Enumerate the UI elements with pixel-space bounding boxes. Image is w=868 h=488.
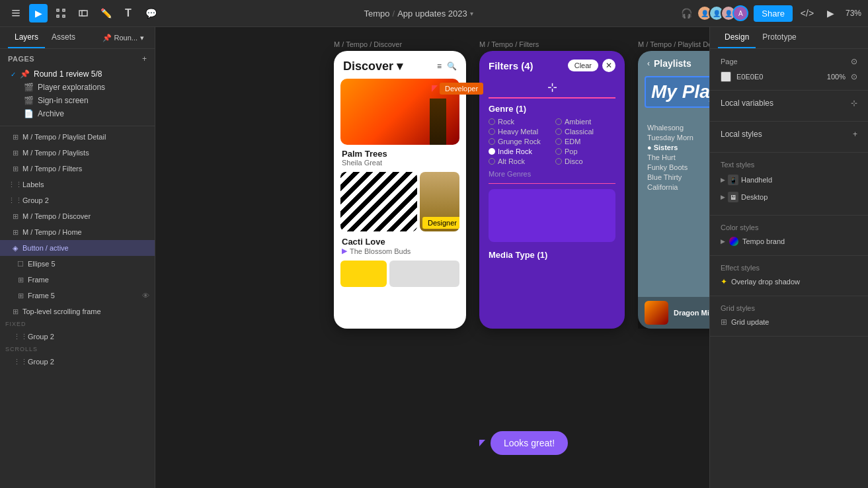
style-group-desktop-header[interactable]: ▶ 🖥 Desktop — [721, 190, 857, 204]
layer-group2a[interactable]: ⋮⋮ Group 2 — [0, 192, 155, 208]
discover-image2-area: Designer — [340, 172, 459, 231]
page-opacity-icon: ⊙ — [851, 72, 857, 81]
layer-ellipse5[interactable]: ☐ Ellipse 5 — [0, 256, 155, 272]
track-left-1: Whalesong — [647, 124, 684, 132]
color-style-tempo: ▶ Tempo brand — [721, 235, 857, 247]
page-name: App updates 2023 — [397, 9, 467, 19]
genre-classical: Classical — [555, 128, 615, 136]
comment-tool[interactable]: 💬 — [141, 4, 160, 22]
shape-tool[interactable] — [74, 4, 93, 22]
clear-button[interactable]: Clear — [568, 60, 598, 71]
share-button[interactable]: Share — [754, 5, 793, 22]
developer-tooltip: Developer — [440, 83, 483, 95]
tempo-brand-label: Tempo brand — [742, 237, 785, 245]
layer-playlist-detail[interactable]: ⊞ M / Tempo / Playlist Detail — [0, 129, 155, 145]
pages-header: Pages + — [8, 54, 147, 63]
layer-label4: Labels — [22, 181, 149, 188]
frame-filters[interactable]: Filters (4) Clear ✕ ⊹ Genre (1) — [479, 51, 625, 329]
layer-discover[interactable]: ⊞ M / Tempo / Discover — [0, 208, 155, 224]
track-row-2: Tuesday MornOHYEAH! — [647, 134, 709, 142]
track-row-1: WhalesongThe Drags — [647, 124, 709, 132]
present-button[interactable]: ▶ — [822, 4, 840, 22]
tab-prototype[interactable]: Prototype — [756, 27, 803, 48]
page-color-swatch[interactable] — [721, 71, 731, 82]
add-page-button[interactable]: + — [142, 54, 147, 63]
track-left-2: Tuesday Morn — [647, 134, 693, 142]
page-section-header: Page ⊙ — [721, 57, 857, 66]
more-genres[interactable]: More Genres — [489, 170, 615, 178]
layer-frame[interactable]: ⊞ Frame — [0, 272, 155, 288]
layer-group2c[interactable]: ⋮⋮ Group 2 — [0, 354, 155, 370]
page-selector[interactable]: 📌 Roun... ▾ — [100, 27, 147, 48]
frame-filters-container: M / Tempo / Filters Filters (4) Clear ✕ … — [479, 40, 625, 329]
page-settings-icon[interactable]: ⊙ — [851, 57, 857, 66]
filters-title: Filters (4) — [489, 60, 533, 71]
add-style-icon[interactable]: + — [853, 130, 857, 139]
playlist-title: Playlists — [654, 58, 691, 69]
layer-home[interactable]: ⊞ M / Tempo / Home — [0, 224, 155, 240]
genre-disco: Disco — [555, 157, 615, 165]
genre-edm: EDM — [555, 138, 615, 145]
right-panel-tabs: Design Prototype — [710, 27, 868, 49]
layer-playlists[interactable]: ⊞ M / Tempo / Playlists — [0, 145, 155, 161]
frame-playlist[interactable]: ‹ Playlists ••• 🔍 My Playli Copywriter — [638, 51, 709, 329]
style-group-handheld-header[interactable]: ▶ 📱 Handheld — [721, 173, 857, 187]
genre-radio9 — [555, 148, 562, 155]
page-label-archive: Archive — [38, 109, 64, 118]
style-group-handheld: ▶ 📱 Handheld — [721, 173, 857, 187]
tab-assets[interactable]: Assets — [45, 27, 82, 48]
genre-radio4 — [489, 148, 495, 155]
cursor-tool[interactable]: ▶ — [29, 4, 48, 22]
layer-labels[interactable]: ⋮⋮ Labels — [0, 177, 155, 192]
local-variables-icon[interactable]: ⊹ — [851, 99, 857, 108]
layer-label: M / Tempo / Playlist Detail — [22, 133, 149, 141]
genre-radio5 — [489, 158, 495, 165]
layer-grid-icon8: ⊞ — [11, 307, 20, 316]
page-item-round1[interactable]: ✓ 📌 Round 1 review 5/8 — [8, 67, 147, 81]
filters-genres: Rock Heavy Metal Grunge Rock Indie Rock … — [489, 118, 615, 167]
zoom-level: 73% — [846, 9, 861, 18]
genre-heavymetal: Heavy Metal — [489, 128, 549, 136]
looks-great-area: Looks great! — [479, 431, 568, 455]
player-art — [645, 301, 668, 325]
svg-rect-2 — [12, 15, 20, 17]
page-label-round1: Round 1 review 5/8 — [34, 69, 102, 79]
text-tool[interactable]: T — [119, 4, 138, 22]
audio-button[interactable]: 🎧 — [677, 4, 695, 22]
vector-tool[interactable]: ✏️ — [97, 4, 115, 22]
collaborators: 👤 👤 👤 A — [701, 5, 748, 21]
page-item-archive[interactable]: 📄 Archive — [8, 107, 147, 120]
layer-toplevel[interactable]: ⊞ Top-level scrolling frame — [0, 304, 155, 319]
project-name: Tempo — [364, 9, 390, 19]
main-menu-button[interactable] — [7, 4, 25, 22]
page-label-player: Player explorations — [38, 83, 105, 92]
effect-styles-section: Effect styles ✦ Overlay drop shadow — [710, 256, 868, 296]
discover-track1-title: Palm Trees — [342, 149, 458, 159]
left-panel: Layers Assets 📌 Roun... ▾ Pages + ✓ 📌 Ro… — [0, 27, 155, 488]
page-dropdown[interactable]: ▾ — [140, 34, 144, 42]
layer-button-active[interactable]: ◈ Button / active — [0, 240, 155, 256]
layer-grid-icon3: ⊞ — [11, 164, 20, 173]
discover-track2: Cacti Love ▶ The Blossom Buds — [334, 234, 466, 258]
local-variables-header: Local variables ⊹ — [721, 99, 857, 108]
page-item-signin[interactable]: 🎬 Sign-in screen — [8, 94, 147, 107]
page-item-player[interactable]: 🎬 Player explorations — [8, 81, 147, 94]
svg-rect-5 — [57, 15, 59, 17]
layer-frame5[interactable]: ⊞ Frame 5 👁 — [0, 288, 155, 304]
page-dropdown-arrow[interactable]: ▾ — [470, 10, 473, 17]
local-variables-title: Local variables — [721, 99, 773, 108]
page-color-value: E0E0E0 — [736, 73, 822, 81]
layer-group2b[interactable]: ⋮⋮ Group 2 — [0, 329, 155, 345]
tab-layers[interactable]: Layers — [8, 27, 45, 48]
close-button[interactable]: ✕ — [602, 59, 615, 72]
layer-diamond-icon: ◈ — [11, 243, 20, 253]
discover-bottom — [340, 261, 459, 287]
filters-genres-right: Ambient Classical EDM Pop Disco — [555, 118, 615, 167]
code-button[interactable]: </> — [798, 4, 816, 22]
tab-design[interactable]: Design — [718, 27, 756, 48]
discover-icons: ≡ 🔍 — [437, 61, 457, 71]
discover-header: Discover ▾ ≡ 🔍 — [334, 51, 466, 79]
frame-tool[interactable] — [52, 4, 70, 22]
layer-filters[interactable]: ⊞ M / Tempo / Filters — [0, 161, 155, 177]
text-styles-section: Text styles ▶ 📱 Handheld ▶ 🖥 Desktop — [710, 153, 868, 216]
